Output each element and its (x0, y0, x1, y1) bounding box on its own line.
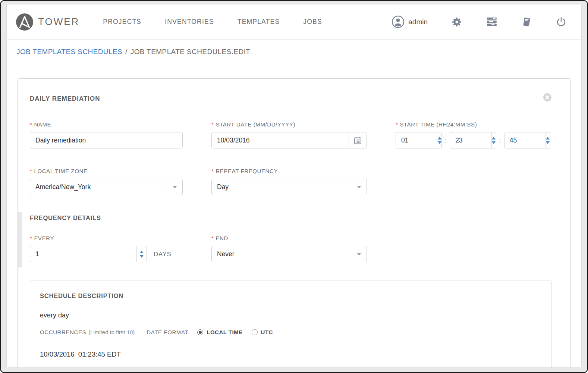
end-label: *END (211, 235, 367, 241)
required-marker: * (211, 168, 214, 174)
every-label: *EVERY (30, 235, 183, 241)
logout-button[interactable] (556, 17, 566, 27)
panel-title: DAILY REMEDIATION (30, 95, 100, 103)
frequency-section-indicator (17, 212, 22, 267)
every-input[interactable] (30, 246, 136, 262)
second-spinner (545, 132, 550, 148)
required-marker: * (396, 121, 398, 128)
breadcrumb-link-schedules[interactable]: JOB TEMPLATES SCHEDULES (16, 48, 122, 56)
app-window: TOWER PROJECTS INVENTORIES TEMPLATES JOB… (6, 4, 582, 368)
every-down-arrow-icon[interactable] (140, 255, 144, 258)
frequency-label: *REPEAT FREQUENCY (211, 168, 367, 174)
frequency-value: Day (212, 179, 351, 195)
name-field-group: *NAME (30, 121, 183, 148)
required-marker: * (211, 121, 214, 128)
top-nav-bar: TOWER PROJECTS INVENTORIES TEMPLATES JOB… (7, 4, 581, 40)
chevron-down-icon (357, 186, 361, 188)
hour-stepper (396, 132, 442, 148)
local-time-radio-label: LOCAL TIME (207, 329, 242, 335)
nav-item-jobs[interactable]: JOBS (303, 18, 322, 26)
datepicker-button[interactable] (349, 132, 367, 148)
nav-item-projects[interactable]: PROJECTS (103, 18, 141, 26)
power-icon (556, 17, 566, 27)
minute-down-arrow-icon[interactable] (492, 141, 496, 144)
minute-input[interactable] (450, 132, 491, 148)
user-name: admin (408, 18, 428, 26)
settings-button[interactable] (452, 17, 462, 27)
date-format-option-local-time[interactable]: LOCAL TIME (197, 329, 242, 335)
brand-title: TOWER (38, 16, 79, 28)
hour-up-arrow-icon[interactable] (438, 137, 441, 140)
user-menu[interactable]: admin (392, 15, 428, 28)
form-row-1: *NAME *START DATE (MM/DD/YYYY) (30, 121, 552, 148)
nav-item-inventories[interactable]: INVENTORIES (165, 18, 214, 26)
close-button[interactable] (543, 93, 552, 102)
second-down-arrow-icon[interactable] (546, 141, 550, 144)
start-date-input[interactable] (212, 132, 349, 148)
utc-radio-label: UTC (261, 329, 273, 335)
minute-spinner (491, 132, 496, 148)
name-input-wrap (30, 132, 183, 148)
breadcrumb-separator: / (125, 48, 128, 56)
end-field-group: *END Never (211, 235, 367, 262)
start-time-field-group: *START TIME (HH24:MM:SS) : (396, 121, 550, 148)
gear-icon (452, 17, 462, 27)
minute-up-arrow-icon[interactable] (492, 137, 496, 140)
frequency-details-heading: FREQUENCY DETAILS (30, 214, 552, 222)
header-actions: admin (392, 15, 566, 28)
radio-unselected-icon[interactable] (252, 329, 258, 335)
panel-header: DAILY REMEDIATION (30, 95, 552, 103)
frequency-field-group: *REPEAT FREQUENCY Day (211, 168, 367, 195)
hour-input[interactable] (396, 132, 437, 148)
user-avatar-icon (392, 15, 405, 28)
time-separator: : (499, 137, 501, 144)
end-select[interactable]: Never (211, 246, 367, 262)
end-caret (351, 246, 367, 262)
timezone-select[interactable]: America/New_York (30, 179, 183, 195)
start-time-label: *START TIME (HH24:MM:SS) (396, 121, 550, 128)
tower-logo[interactable]: TOWER (16, 13, 79, 31)
portal-mode-button[interactable] (486, 17, 498, 27)
frequency-select[interactable]: Day (211, 179, 367, 195)
every-field-group: *EVERY DAYS (30, 235, 183, 262)
every-unit-label: DAYS (154, 251, 172, 258)
second-stepper (504, 132, 550, 148)
start-date-input-wrap (211, 132, 367, 148)
every-controls: DAYS (30, 246, 183, 262)
end-value: Never (212, 246, 351, 262)
occurrences-note: (Limited to first 10) (88, 329, 135, 335)
hour-down-arrow-icon[interactable] (438, 141, 441, 144)
name-input[interactable] (30, 132, 182, 148)
ansible-logo-icon (16, 13, 33, 31)
name-label: *NAME (30, 121, 183, 128)
required-marker: * (211, 235, 214, 241)
start-date-field-group: *START DATE (MM/DD/YYYY) (211, 121, 367, 148)
chevron-down-icon (173, 186, 177, 188)
timezone-label: *LOCAL TIME ZONE (30, 168, 183, 174)
schedule-edit-panel: DAILY REMEDIATION *NAM (17, 78, 571, 368)
second-input[interactable] (504, 132, 545, 148)
schedule-description-heading: SCHEDULE DESCRIPTION (40, 292, 542, 300)
main-nav: PROJECTS INVENTORIES TEMPLATES JOBS (103, 18, 346, 26)
docs-button[interactable] (522, 17, 532, 27)
server-stack-icon (486, 17, 498, 27)
breadcrumb: JOB TEMPLATES SCHEDULES / JOB TEMPLATE S… (7, 40, 581, 64)
date-format-option-utc[interactable]: UTC (252, 329, 273, 335)
form-row-2: *LOCAL TIME ZONE America/New_York *REPEA… (30, 168, 552, 195)
timezone-value: America/New_York (30, 179, 167, 195)
page-content: DAILY REMEDIATION *NAM (7, 64, 581, 368)
book-icon (522, 17, 532, 27)
breadcrumb-current: JOB TEMPLATE SCHEDULES.EDIT (131, 48, 251, 56)
chevron-down-icon (357, 253, 361, 256)
screenshot-frame: TOWER PROJECTS INVENTORIES TEMPLATES JOB… (0, 0, 588, 373)
every-up-arrow-icon[interactable] (140, 251, 144, 253)
occurrence-entry: 10/03/2016 01:23:45 EDT (40, 350, 542, 358)
second-up-arrow-icon[interactable] (546, 137, 550, 140)
radio-selected-icon[interactable] (197, 329, 203, 335)
frequency-caret (351, 179, 367, 195)
schedule-description-box: SCHEDULE DESCRIPTION every day OCCURRENC… (30, 280, 552, 368)
start-time-controls: : : (396, 132, 550, 148)
hour-spinner (437, 132, 441, 148)
nav-item-templates[interactable]: TEMPLATES (238, 18, 280, 26)
calendar-icon (353, 136, 362, 145)
